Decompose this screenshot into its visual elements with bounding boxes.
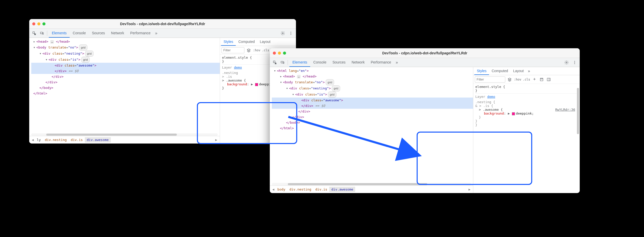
dom-node-is-close[interactable]: </div> — [31, 74, 220, 80]
breadcrumb-left-icon[interactable]: ◀ — [31, 138, 35, 142]
kebab-icon[interactable] — [287, 30, 294, 37]
dom-node-body[interactable]: ▾<body translate="no">grid — [272, 79, 473, 85]
dom-node-is[interactable]: ▾<div class="is">grid — [31, 57, 220, 63]
grid-badge[interactable]: grid — [85, 51, 93, 57]
layer-link[interactable]: demo — [487, 95, 495, 99]
layers-icon[interactable] — [246, 48, 252, 52]
svg-point-4 — [291, 32, 291, 33]
plus-icon[interactable]: + — [532, 77, 537, 82]
dom-node-awesome[interactable]: <div class="awesome"> — [272, 98, 473, 103]
breadcrumb-left-icon[interactable]: ◀ — [271, 187, 275, 191]
tab-layout[interactable]: Layout — [511, 67, 526, 75]
tab-sources[interactable]: Sources — [329, 58, 349, 67]
close-window-button[interactable] — [32, 22, 35, 25]
dom-node-is-close[interactable]: </div> — [272, 109, 473, 114]
dom-node-body-close[interactable]: </body> — [272, 120, 473, 125]
tab-console[interactable]: Console — [310, 58, 329, 67]
tab-network[interactable]: Network — [108, 29, 127, 38]
css-declaration[interactable]: background: ▶ deeppink; — [475, 112, 578, 115]
tab-styles[interactable]: Styles — [474, 67, 489, 75]
tab-elements[interactable]: Elements — [289, 58, 310, 67]
gear-icon[interactable] — [563, 59, 570, 66]
layers-icon[interactable] — [507, 77, 512, 82]
dom-node-head[interactable]: ▸<head> … </head> — [31, 39, 220, 44]
tab-performance[interactable]: Performance — [368, 58, 394, 67]
tab-computed[interactable]: Computed — [236, 38, 257, 46]
vertical-scrollbar[interactable] — [577, 76, 579, 192]
breadcrumb-right-icon[interactable]: ▶ — [467, 187, 472, 191]
breadcrumb-item[interactable]: div.is — [313, 187, 329, 192]
grid-badge[interactable]: grid — [326, 79, 334, 85]
source-link[interactable]: RwYLRdr:36 — [555, 108, 575, 112]
grid-badge[interactable]: grid — [328, 91, 336, 98]
zoom-window-button[interactable] — [42, 22, 45, 25]
panel-icon[interactable] — [546, 77, 552, 82]
minimize-window-button[interactable] — [278, 52, 281, 55]
dom-node-nesting-close[interactable]: </div> — [31, 80, 220, 85]
styles-filter-input[interactable] — [222, 47, 244, 53]
gear-icon[interactable] — [279, 30, 286, 37]
dom-node-html-close[interactable]: </html> — [272, 125, 473, 131]
more-tabs-icon[interactable]: » — [394, 60, 400, 65]
dom-node-is[interactable]: ▾<div class="is">grid — [272, 91, 473, 98]
color-swatch[interactable] — [255, 83, 258, 86]
hov-toggle[interactable]: :hov — [253, 49, 260, 52]
tab-sources[interactable]: Sources — [89, 29, 108, 38]
save-icon[interactable] — [539, 77, 544, 82]
dom-tree-pane[interactable]: ▾<html lang="en"> ▸<head> … </head> ▾<bo… — [270, 67, 473, 193]
more-tabs-icon[interactable]: » — [526, 69, 532, 73]
color-swatch[interactable] — [512, 112, 515, 115]
dom-node-nesting[interactable]: ▾<div class="nesting">grid — [272, 85, 473, 91]
svg-point-13 — [574, 63, 575, 64]
expand-triangle-icon[interactable]: ▶ — [508, 112, 510, 115]
breadcrumb-item[interactable]: div.nesting — [287, 187, 313, 192]
device-icon[interactable] — [38, 30, 45, 37]
minimize-window-button[interactable] — [37, 22, 40, 25]
cls-toggle[interactable]: .cls — [523, 78, 530, 81]
inspect-icon[interactable] — [271, 59, 278, 66]
breadcrumb-item-selected[interactable]: div.awesome — [329, 187, 355, 192]
dom-node-awesome-close[interactable]: </div> == $0 — [31, 68, 220, 74]
dom-node-head[interactable]: ▸<head> … </head> — [272, 74, 473, 79]
breadcrumb-item[interactable]: div.is — [69, 137, 85, 143]
tab-console[interactable]: Console — [70, 29, 89, 38]
element-style-rule[interactable]: element.style { } — [475, 85, 578, 92]
inspect-icon[interactable] — [31, 30, 38, 37]
dom-node-nesting[interactable]: ▾<div class="nesting">grid — [31, 51, 220, 57]
kebab-icon[interactable] — [571, 59, 578, 66]
zoom-window-button[interactable] — [283, 52, 286, 55]
close-window-button[interactable] — [273, 52, 276, 55]
dom-tree-pane[interactable]: ▸<head> … </head> ▾<body translate="no">… — [29, 38, 220, 144]
tab-layout[interactable]: Layout — [257, 38, 273, 46]
dom-node-awesome[interactable]: <div class="awesome"> — [31, 63, 220, 68]
tab-styles[interactable]: Styles — [221, 38, 236, 46]
styles-filter-input[interactable] — [475, 76, 505, 83]
dom-node-body[interactable]: ▾<body translate="no">grid — [31, 44, 220, 51]
horizontal-scrollbar[interactable] — [31, 133, 218, 136]
more-tabs-icon[interactable]: » — [154, 31, 159, 36]
dom-node-html-close[interactable]: </html> — [31, 91, 220, 96]
grid-badge[interactable]: grid — [79, 44, 87, 51]
grid-badge[interactable]: grid — [81, 57, 89, 63]
css-rule[interactable]: .nesting { & > .is { > .awesome { RwYLRd… — [475, 100, 578, 127]
device-icon[interactable] — [279, 59, 286, 66]
grid-badge[interactable]: grid — [332, 85, 340, 91]
breadcrumb-item-selected[interactable]: div.awesome — [85, 137, 111, 143]
cls-toggle[interactable]: .cls — [262, 49, 269, 52]
tab-computed[interactable]: Computed — [489, 67, 511, 75]
breadcrumb-right-icon[interactable]: ▶ — [214, 138, 218, 142]
dom-node-html[interactable]: ▾<html lang="en"> — [272, 68, 473, 74]
breadcrumb-item[interactable]: ly — [35, 137, 43, 143]
breadcrumb-item[interactable]: body — [275, 187, 287, 192]
tab-performance[interactable]: Performance — [127, 29, 153, 38]
dom-node-body-close[interactable]: </body> — [31, 85, 220, 91]
breadcrumb-item[interactable]: div.nesting — [43, 137, 69, 143]
dom-node-nesting-close[interactable]: </div> — [272, 114, 473, 120]
hov-toggle[interactable]: :hov — [514, 78, 521, 81]
dom-node-awesome-close[interactable]: </div> == $0 — [272, 103, 473, 109]
tab-elements[interactable]: Elements — [49, 29, 70, 38]
layer-link[interactable]: demo — [234, 66, 242, 69]
expand-triangle-icon[interactable]: ▶ — [251, 82, 253, 86]
tab-network[interactable]: Network — [349, 58, 368, 67]
horizontal-scrollbar[interactable] — [272, 183, 471, 185]
